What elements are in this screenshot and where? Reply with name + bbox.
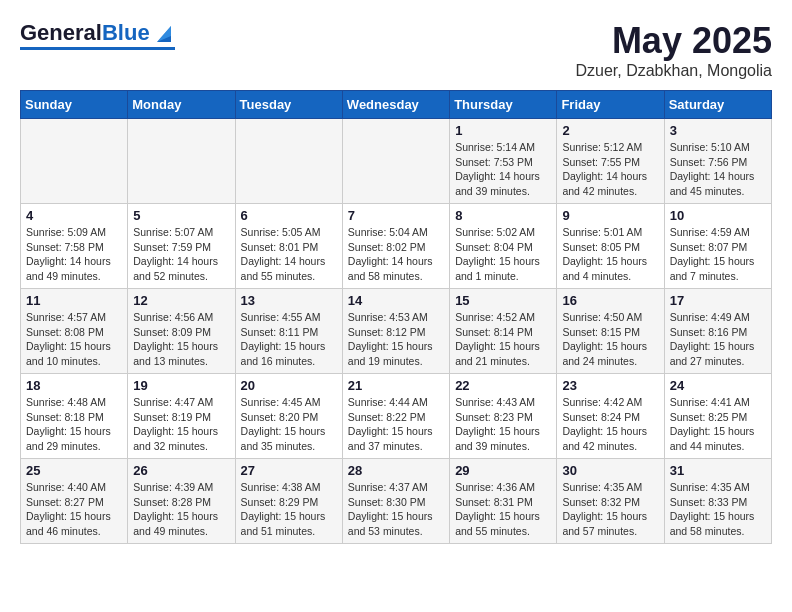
- day-info-text: Sunrise: 4:49 AM Sunset: 8:16 PM Dayligh…: [670, 310, 766, 369]
- logo-icon: [153, 22, 175, 44]
- day-info-text: Sunrise: 4:53 AM Sunset: 8:12 PM Dayligh…: [348, 310, 444, 369]
- page-header: General Blue May 2025 Dzuer, Dzabkhan, M…: [20, 20, 772, 80]
- table-row: 1Sunrise: 5:14 AM Sunset: 7:53 PM Daylig…: [450, 119, 557, 204]
- day-info-text: Sunrise: 4:47 AM Sunset: 8:19 PM Dayligh…: [133, 395, 229, 454]
- day-info-text: Sunrise: 4:40 AM Sunset: 8:27 PM Dayligh…: [26, 480, 122, 539]
- table-row: 14Sunrise: 4:53 AM Sunset: 8:12 PM Dayli…: [342, 289, 449, 374]
- day-info-text: Sunrise: 5:07 AM Sunset: 7:59 PM Dayligh…: [133, 225, 229, 284]
- table-row: 26Sunrise: 4:39 AM Sunset: 8:28 PM Dayli…: [128, 459, 235, 544]
- day-number: 3: [670, 123, 766, 138]
- day-number: 1: [455, 123, 551, 138]
- calendar-header-row: Sunday Monday Tuesday Wednesday Thursday…: [21, 91, 772, 119]
- day-number: 10: [670, 208, 766, 223]
- day-info-text: Sunrise: 4:55 AM Sunset: 8:11 PM Dayligh…: [241, 310, 337, 369]
- day-number: 9: [562, 208, 658, 223]
- day-number: 31: [670, 463, 766, 478]
- table-row: 20Sunrise: 4:45 AM Sunset: 8:20 PM Dayli…: [235, 374, 342, 459]
- header-wednesday: Wednesday: [342, 91, 449, 119]
- table-row: 22Sunrise: 4:43 AM Sunset: 8:23 PM Dayli…: [450, 374, 557, 459]
- month-year-title: May 2025: [575, 20, 772, 62]
- day-number: 30: [562, 463, 658, 478]
- table-row: [128, 119, 235, 204]
- logo: General Blue: [20, 20, 175, 50]
- calendar-table: Sunday Monday Tuesday Wednesday Thursday…: [20, 90, 772, 544]
- day-info-text: Sunrise: 5:14 AM Sunset: 7:53 PM Dayligh…: [455, 140, 551, 199]
- table-row: 11Sunrise: 4:57 AM Sunset: 8:08 PM Dayli…: [21, 289, 128, 374]
- header-saturday: Saturday: [664, 91, 771, 119]
- calendar-week-row: 11Sunrise: 4:57 AM Sunset: 8:08 PM Dayli…: [21, 289, 772, 374]
- day-number: 17: [670, 293, 766, 308]
- day-number: 19: [133, 378, 229, 393]
- day-number: 25: [26, 463, 122, 478]
- day-info-text: Sunrise: 5:01 AM Sunset: 8:05 PM Dayligh…: [562, 225, 658, 284]
- day-number: 16: [562, 293, 658, 308]
- table-row: 23Sunrise: 4:42 AM Sunset: 8:24 PM Dayli…: [557, 374, 664, 459]
- header-sunday: Sunday: [21, 91, 128, 119]
- day-number: 8: [455, 208, 551, 223]
- table-row: 4Sunrise: 5:09 AM Sunset: 7:58 PM Daylig…: [21, 204, 128, 289]
- day-number: 20: [241, 378, 337, 393]
- table-row: 12Sunrise: 4:56 AM Sunset: 8:09 PM Dayli…: [128, 289, 235, 374]
- day-number: 24: [670, 378, 766, 393]
- table-row: 7Sunrise: 5:04 AM Sunset: 8:02 PM Daylig…: [342, 204, 449, 289]
- table-row: [342, 119, 449, 204]
- day-number: 29: [455, 463, 551, 478]
- table-row: 6Sunrise: 5:05 AM Sunset: 8:01 PM Daylig…: [235, 204, 342, 289]
- table-row: 24Sunrise: 4:41 AM Sunset: 8:25 PM Dayli…: [664, 374, 771, 459]
- table-row: 8Sunrise: 5:02 AM Sunset: 8:04 PM Daylig…: [450, 204, 557, 289]
- day-info-text: Sunrise: 4:37 AM Sunset: 8:30 PM Dayligh…: [348, 480, 444, 539]
- header-tuesday: Tuesday: [235, 91, 342, 119]
- day-info-text: Sunrise: 4:41 AM Sunset: 8:25 PM Dayligh…: [670, 395, 766, 454]
- day-number: 26: [133, 463, 229, 478]
- calendar-week-row: 4Sunrise: 5:09 AM Sunset: 7:58 PM Daylig…: [21, 204, 772, 289]
- day-number: 5: [133, 208, 229, 223]
- location-subtitle: Dzuer, Dzabkhan, Mongolia: [575, 62, 772, 80]
- day-info-text: Sunrise: 4:36 AM Sunset: 8:31 PM Dayligh…: [455, 480, 551, 539]
- day-info-text: Sunrise: 4:43 AM Sunset: 8:23 PM Dayligh…: [455, 395, 551, 454]
- day-info-text: Sunrise: 5:10 AM Sunset: 7:56 PM Dayligh…: [670, 140, 766, 199]
- day-number: 22: [455, 378, 551, 393]
- day-info-text: Sunrise: 4:45 AM Sunset: 8:20 PM Dayligh…: [241, 395, 337, 454]
- table-row: [235, 119, 342, 204]
- table-row: 25Sunrise: 4:40 AM Sunset: 8:27 PM Dayli…: [21, 459, 128, 544]
- day-info-text: Sunrise: 4:42 AM Sunset: 8:24 PM Dayligh…: [562, 395, 658, 454]
- table-row: 9Sunrise: 5:01 AM Sunset: 8:05 PM Daylig…: [557, 204, 664, 289]
- logo-general-text: General: [20, 20, 102, 46]
- day-info-text: Sunrise: 4:44 AM Sunset: 8:22 PM Dayligh…: [348, 395, 444, 454]
- day-number: 2: [562, 123, 658, 138]
- day-number: 15: [455, 293, 551, 308]
- day-info-text: Sunrise: 4:39 AM Sunset: 8:28 PM Dayligh…: [133, 480, 229, 539]
- logo-blue-text: Blue: [102, 20, 150, 46]
- day-number: 11: [26, 293, 122, 308]
- table-row: 16Sunrise: 4:50 AM Sunset: 8:15 PM Dayli…: [557, 289, 664, 374]
- table-row: 30Sunrise: 4:35 AM Sunset: 8:32 PM Dayli…: [557, 459, 664, 544]
- day-number: 21: [348, 378, 444, 393]
- day-number: 28: [348, 463, 444, 478]
- day-info-text: Sunrise: 4:38 AM Sunset: 8:29 PM Dayligh…: [241, 480, 337, 539]
- table-row: 31Sunrise: 4:35 AM Sunset: 8:33 PM Dayli…: [664, 459, 771, 544]
- day-info-text: Sunrise: 5:09 AM Sunset: 7:58 PM Dayligh…: [26, 225, 122, 284]
- table-row: 15Sunrise: 4:52 AM Sunset: 8:14 PM Dayli…: [450, 289, 557, 374]
- day-number: 13: [241, 293, 337, 308]
- table-row: 2Sunrise: 5:12 AM Sunset: 7:55 PM Daylig…: [557, 119, 664, 204]
- day-number: 6: [241, 208, 337, 223]
- day-number: 14: [348, 293, 444, 308]
- day-info-text: Sunrise: 5:12 AM Sunset: 7:55 PM Dayligh…: [562, 140, 658, 199]
- day-number: 23: [562, 378, 658, 393]
- table-row: 13Sunrise: 4:55 AM Sunset: 8:11 PM Dayli…: [235, 289, 342, 374]
- calendar-week-row: 18Sunrise: 4:48 AM Sunset: 8:18 PM Dayli…: [21, 374, 772, 459]
- table-row: 5Sunrise: 5:07 AM Sunset: 7:59 PM Daylig…: [128, 204, 235, 289]
- day-info-text: Sunrise: 5:02 AM Sunset: 8:04 PM Dayligh…: [455, 225, 551, 284]
- day-info-text: Sunrise: 4:52 AM Sunset: 8:14 PM Dayligh…: [455, 310, 551, 369]
- day-info-text: Sunrise: 4:59 AM Sunset: 8:07 PM Dayligh…: [670, 225, 766, 284]
- table-row: 28Sunrise: 4:37 AM Sunset: 8:30 PM Dayli…: [342, 459, 449, 544]
- day-info-text: Sunrise: 4:35 AM Sunset: 8:32 PM Dayligh…: [562, 480, 658, 539]
- day-info-text: Sunrise: 5:05 AM Sunset: 8:01 PM Dayligh…: [241, 225, 337, 284]
- table-row: 10Sunrise: 4:59 AM Sunset: 8:07 PM Dayli…: [664, 204, 771, 289]
- table-row: 29Sunrise: 4:36 AM Sunset: 8:31 PM Dayli…: [450, 459, 557, 544]
- day-number: 7: [348, 208, 444, 223]
- table-row: 3Sunrise: 5:10 AM Sunset: 7:56 PM Daylig…: [664, 119, 771, 204]
- day-number: 4: [26, 208, 122, 223]
- table-row: 17Sunrise: 4:49 AM Sunset: 8:16 PM Dayli…: [664, 289, 771, 374]
- calendar-week-row: 25Sunrise: 4:40 AM Sunset: 8:27 PM Dayli…: [21, 459, 772, 544]
